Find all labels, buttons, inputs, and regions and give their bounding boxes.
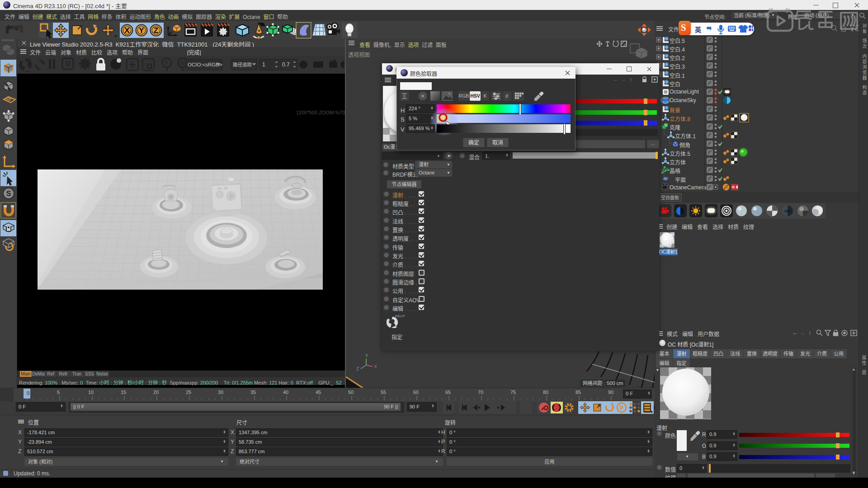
- svg-text:网格间距 : 500 cm: 网格间距 : 500 cm: [583, 380, 623, 386]
- svg-text:35: 35: [250, 389, 256, 395]
- svg-text:1: 1: [262, 61, 265, 68]
- svg-text:OCIO:<sRGB>: OCIO:<sRGB>: [188, 62, 222, 67]
- svg-text:#: #: [505, 93, 509, 99]
- svg-text:X: X: [124, 26, 130, 35]
- svg-text:30: 30: [218, 389, 223, 395]
- svg-text:Y: Y: [365, 353, 368, 358]
- svg-text:S: S: [6, 190, 11, 197]
- svg-text:60: 60: [413, 389, 419, 395]
- svg-text:15: 15: [121, 389, 126, 395]
- svg-text:R: R: [65, 60, 71, 68]
- svg-text:90: 90: [608, 389, 613, 395]
- svg-text:RGB: RGB: [459, 93, 469, 99]
- svg-text:50: 50: [348, 389, 354, 395]
- svg-text:0.7: 0.7: [282, 61, 290, 68]
- svg-text:75: 75: [510, 389, 516, 395]
- svg-text:70: 70: [478, 389, 483, 395]
- svg-text:20: 20: [153, 389, 159, 395]
- svg-text:Z: Z: [356, 366, 359, 371]
- svg-text:路径追踪: 路径追踪: [233, 62, 252, 67]
- svg-text:65: 65: [445, 389, 451, 395]
- svg-text:85: 85: [576, 389, 581, 395]
- svg-text:MIX: MIX: [785, 210, 791, 213]
- svg-text:HSV: HSV: [470, 93, 480, 99]
- svg-text:F: F: [165, 60, 168, 66]
- svg-text:X: X: [374, 364, 377, 369]
- svg-text:25: 25: [186, 389, 191, 395]
- svg-text:80: 80: [543, 389, 548, 395]
- svg-text:P: P: [620, 405, 623, 411]
- svg-text:Y: Y: [139, 26, 144, 35]
- svg-text:K: K: [483, 93, 486, 99]
- svg-text:55: 55: [381, 389, 386, 395]
- svg-text:40: 40: [283, 389, 288, 395]
- svg-text:M: M: [180, 60, 185, 66]
- svg-text:45: 45: [316, 389, 321, 395]
- svg-text:10: 10: [88, 389, 94, 395]
- svg-text:5: 5: [57, 389, 60, 395]
- svg-text:Z: Z: [154, 26, 158, 35]
